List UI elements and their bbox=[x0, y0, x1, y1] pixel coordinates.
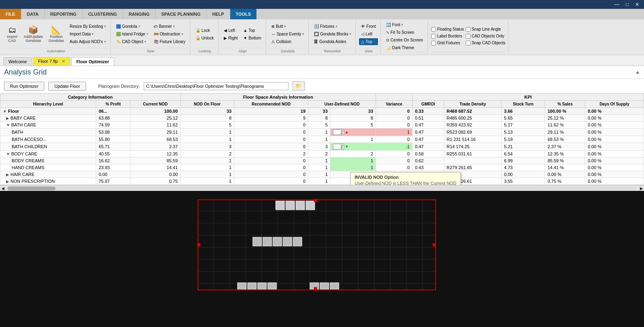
horizontal-scrollbar[interactable]: ◀ ▶ bbox=[0, 185, 644, 191]
spin-up-button[interactable]: ▲ bbox=[345, 130, 349, 134]
gondola-button[interactable]: 🟦 Gondola▾ bbox=[114, 23, 150, 30]
ribbon-group-locking: 🔒 Lock 🔓 Unlock Locking bbox=[191, 20, 219, 54]
butt-button[interactable]: ⊕ Butt▾ bbox=[269, 23, 306, 30]
svg-rect-28 bbox=[273, 237, 282, 246]
scrollbar-track[interactable] bbox=[7, 186, 637, 190]
nod-input[interactable] bbox=[333, 129, 344, 135]
user-nod-editable-green[interactable]: ▼ bbox=[330, 143, 376, 151]
table-row: BODY CREAMS 16.62 85.59 1 0 1 1 0 0.62 6… bbox=[0, 157, 644, 164]
auto-adjust-nods-button[interactable]: Auto Adjust NOD's▾ bbox=[68, 38, 108, 45]
svg-rect-23 bbox=[286, 201, 295, 210]
align-bottom-icon: ▼ bbox=[244, 36, 248, 40]
front-view-button[interactable]: 👁 Front bbox=[359, 23, 378, 30]
top-view-icon: △ bbox=[361, 39, 364, 44]
banner-button[interactable]: 🏷 Banner▾ bbox=[152, 23, 188, 30]
maximize-button[interactable]: □ bbox=[624, 2, 630, 7]
obstruction-icon: 🚧 bbox=[154, 32, 159, 36]
analysis-grid-table-container[interactable]: Category Information Floor Space Analysi… bbox=[0, 93, 644, 185]
svg-rect-41 bbox=[314, 287, 317, 290]
position-gondolas-button[interactable]: 📐 PositionGondolas bbox=[47, 24, 66, 44]
expand-button[interactable]: ▼ bbox=[6, 123, 10, 127]
dark-theme-button[interactable]: 🌙 Dark Theme bbox=[384, 44, 425, 51]
fixtures-icon: 🔢 bbox=[314, 24, 319, 29]
expand-button[interactable]: ▶ bbox=[6, 116, 9, 120]
tab-space-planning[interactable]: SPACE PLANNING bbox=[156, 9, 207, 19]
import-data-button[interactable]: Import Data▾ bbox=[68, 31, 108, 37]
table-row: BATH 53.08 29.11 1 0 1 ▲ 1 bbox=[0, 128, 644, 136]
hierarchy-cell: ▶BABY CARE bbox=[0, 115, 96, 122]
update-floor-button[interactable]: Update Floor bbox=[48, 82, 86, 91]
gondola-aisles-button[interactable]: 🛤 Gondola Aisles bbox=[312, 38, 353, 45]
ribbon-group-align: ◀ Left ▶ Right ▲ Top ▼ Bottom bbox=[219, 20, 266, 54]
align-left-button[interactable]: ◀ Left bbox=[222, 27, 239, 34]
add-update-gondolas-button[interactable]: 📦 Add/UpdateGondolas bbox=[22, 24, 45, 44]
left-view-button[interactable]: ◁ Left bbox=[359, 31, 378, 37]
planogram-directory-input[interactable] bbox=[144, 82, 289, 90]
align-right-icon: ▶ bbox=[224, 36, 227, 40]
resize-by-existing-button[interactable]: Resize By Existing▾ bbox=[68, 23, 108, 30]
tab-welcome[interactable]: Welcome bbox=[3, 57, 32, 66]
cad-objects-only-checkbox[interactable]: CAD Objects Only bbox=[466, 33, 506, 39]
align-bottom-button[interactable]: ▼ Bottom bbox=[242, 35, 264, 41]
table-row: ▶BABY CARE 63.88 25.12 8 9 8 8 0 0.51 R4… bbox=[0, 115, 644, 122]
col-user-nod: User-Defined NOD bbox=[308, 101, 376, 108]
column-group-header-row: Category Information Floor Space Analysi… bbox=[0, 94, 644, 101]
spin-down-button[interactable]: ▼ bbox=[345, 145, 349, 149]
tab-file[interactable]: FILE bbox=[0, 9, 21, 19]
collision-button[interactable]: ⚠ Collision bbox=[269, 38, 306, 45]
fit-to-screen-button[interactable]: ⤡ Fit To Screen bbox=[384, 29, 425, 36]
browse-directory-button[interactable]: 📁 bbox=[293, 81, 305, 91]
snap-cad-objects-checkbox[interactable]: Snap CAD Objects bbox=[466, 40, 506, 46]
fixtures-button[interactable]: 🔢 Fixtures▾ bbox=[312, 23, 353, 30]
lock-icon: 🔒 bbox=[196, 28, 200, 33]
unlock-icon: 🔓 bbox=[196, 36, 200, 40]
floating-status-checkbox[interactable]: Floating Status bbox=[431, 27, 464, 32]
tab-clustering[interactable]: CLUSTERING bbox=[83, 9, 123, 19]
checkboxes-label bbox=[431, 52, 506, 53]
scrollbar-thumb[interactable] bbox=[7, 186, 56, 190]
cad-object-button[interactable]: 📏 CAD Object▾ bbox=[114, 38, 150, 45]
expand-button[interactable]: ▶ bbox=[6, 179, 9, 184]
collapse-arrow[interactable]: ▲ bbox=[635, 69, 640, 75]
font-button[interactable]: 🔤 Font▾ bbox=[384, 21, 425, 28]
gondola-col: ⊕ Butt▾ ↔ Space Evenly▾ ⚠ Collision bbox=[269, 23, 306, 45]
label-borders-checkbox[interactable]: Label Borders bbox=[431, 33, 464, 39]
unlock-button[interactable]: 🔓 Unlock bbox=[194, 35, 216, 41]
tab-floor7[interactable]: Floor 7.flp ✕ bbox=[33, 57, 70, 66]
grid-fixtures-checkbox[interactable]: Grid Fixtures bbox=[431, 40, 464, 46]
expand-button[interactable]: ▼ bbox=[6, 152, 10, 156]
lock-button[interactable]: 🔒 Lock bbox=[194, 27, 216, 34]
nod-input[interactable] bbox=[333, 144, 344, 149]
close-floor7-button[interactable]: ✕ bbox=[62, 59, 65, 64]
centre-on-screen-button[interactable]: ⊙ Centre On Screen bbox=[384, 37, 425, 43]
renumber-label: Renumber bbox=[312, 48, 353, 53]
top-view-button[interactable]: △ Top bbox=[359, 38, 378, 45]
minimize-button[interactable]: — bbox=[613, 2, 621, 7]
scroll-right-button[interactable]: ▶ bbox=[638, 186, 644, 191]
close-button[interactable]: ✕ bbox=[634, 2, 641, 7]
island-fridge-button[interactable]: 🟩 Island Fridge▾ bbox=[114, 31, 150, 37]
expand-button[interactable]: ▶ bbox=[6, 172, 9, 177]
nod-on-floor-cell: 19 bbox=[234, 108, 308, 115]
import-cad-button[interactable]: 🗂 ImportCAD bbox=[4, 24, 20, 44]
obstruction-button[interactable]: 🚧 Obstruction▾ bbox=[152, 31, 188, 37]
svg-rect-30 bbox=[293, 237, 302, 246]
align-right-button[interactable]: ▶ Right bbox=[222, 35, 239, 41]
tab-help[interactable]: HELP bbox=[206, 9, 230, 19]
expand-button[interactable]: ▼ bbox=[3, 109, 7, 114]
gondola-blocks-button[interactable]: 🔲 Gondola Blocks▾ bbox=[312, 31, 353, 37]
run-optimizer-button[interactable]: Run Optimizer bbox=[4, 82, 44, 91]
new-content: 🟦 Gondola▾ 🟩 Island Fridge▾ 📏 CAD Object… bbox=[114, 21, 188, 47]
tab-tools[interactable]: TOOLS bbox=[230, 9, 257, 19]
tab-data[interactable]: DATA bbox=[21, 9, 45, 19]
hierarchy-cell: ▼BATH CARE bbox=[0, 122, 96, 128]
scroll-left-button[interactable]: ◀ bbox=[0, 186, 6, 191]
fixture-library-button[interactable]: 📚 Fixture Library bbox=[152, 38, 188, 45]
tab-floor-optimizer[interactable]: Floor Optimizer bbox=[71, 57, 114, 66]
snap-line-angle-checkbox[interactable]: Snap Line Angle bbox=[466, 27, 506, 32]
tab-reporting[interactable]: REPORTING bbox=[45, 9, 83, 19]
space-evenly-button[interactable]: ↔ Space Evenly▾ bbox=[269, 31, 306, 37]
align-top-button[interactable]: ▲ Top bbox=[242, 27, 264, 34]
user-nod-editable[interactable]: ▲ bbox=[330, 128, 376, 136]
tab-ranging[interactable]: RANGING bbox=[123, 9, 156, 19]
